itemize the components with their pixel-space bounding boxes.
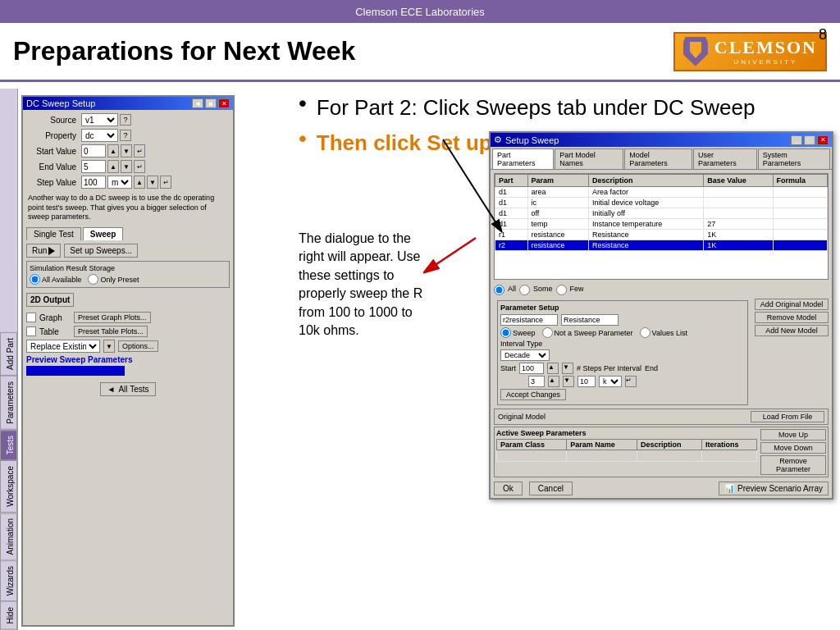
- remove-param-btn[interactable]: Remove Parameter: [760, 455, 826, 475]
- ss-row-d1-area[interactable]: d1areaArea factor: [495, 187, 828, 198]
- step-value-input[interactable]: 100: [81, 176, 106, 189]
- ps-start-down-btn[interactable]: ▼: [562, 363, 573, 374]
- setup-sweeps-button[interactable]: Set up Sweeps...: [64, 244, 138, 258]
- run-button[interactable]: Run: [26, 244, 61, 258]
- step-down-btn[interactable]: ▼: [147, 176, 158, 189]
- move-down-btn[interactable]: Move Down: [760, 442, 826, 454]
- ss-maximize-btn[interactable]: □: [804, 135, 815, 145]
- run-icon: [48, 247, 55, 255]
- preview-scenario-icon: 📊: [724, 484, 734, 493]
- maximize-btn[interactable]: ■: [205, 98, 217, 108]
- dc-sweep-titlebar: DC Sweep Setup ◄ ■ ✕: [23, 97, 233, 110]
- only-preset-radio[interactable]: [88, 274, 98, 285]
- step-unit-dropdown[interactable]: m: [107, 176, 132, 189]
- model-buttons: Add Original Model Remove Model Add New …: [755, 299, 829, 407]
- preview-scenario-btn[interactable]: 📊 Preview Scenario Array: [719, 482, 829, 495]
- end-up-btn[interactable]: ▲: [107, 160, 119, 173]
- ps-end-input[interactable]: [578, 376, 596, 387]
- sidebar-tab-hide[interactable]: Hide: [0, 601, 17, 630]
- ps-part-input[interactable]: r2resistance: [500, 314, 558, 326]
- ss-minimize-btn[interactable]: _: [791, 135, 802, 145]
- ss-row-d1-ic[interactable]: d1icInitial device voltage: [495, 198, 828, 208]
- remove-model-btn[interactable]: Remove Model: [755, 312, 829, 323]
- ss-close-btn[interactable]: ✕: [817, 135, 829, 145]
- add-new-model-btn[interactable]: Add New Model: [755, 325, 829, 336]
- source-dropdown[interactable]: v1: [81, 113, 118, 126]
- minimize-btn[interactable]: ◄: [192, 98, 203, 108]
- filter-few-radio[interactable]: [556, 285, 567, 295]
- ok-btn[interactable]: Ok: [494, 482, 523, 495]
- ss-tab-system-params[interactable]: System Parameters: [758, 148, 830, 169]
- ps-desc-input[interactable]: Resistance: [561, 314, 619, 326]
- end-enter-btn[interactable]: ↵: [134, 160, 145, 173]
- table-checkbox[interactable]: [26, 326, 36, 336]
- ps-interval-select[interactable]: Decade: [500, 349, 550, 361]
- setup-sweep-tabs: Part Parameters Part Model Names Model P…: [491, 147, 832, 170]
- ss-row-r2-resistance[interactable]: r2resistanceResistance1K: [495, 240, 828, 251]
- ss-tab-model-params[interactable]: Model Parameters: [624, 148, 692, 169]
- end-down-btn[interactable]: ▼: [121, 160, 132, 173]
- accept-changes-btn[interactable]: Accept Changes: [500, 389, 566, 400]
- preview-sweep-label: Preview Sweep Parameters: [26, 355, 230, 364]
- start-up-btn[interactable]: ▲: [107, 144, 119, 158]
- ps-values-list-radio[interactable]: [640, 327, 651, 338]
- ps-steps-down-btn[interactable]: ▼: [563, 376, 574, 387]
- ss-row-r1-resistance[interactable]: r1resistanceResistance1K: [495, 230, 828, 240]
- filter-some-radio[interactable]: [519, 285, 530, 295]
- ps-steps-up-btn[interactable]: ▲: [548, 376, 559, 387]
- ps-not-sweep-radio[interactable]: [542, 327, 553, 338]
- as-row-1[interactable]: [497, 450, 757, 462]
- as-th-param-class: Param Class: [497, 440, 567, 450]
- end-value-input[interactable]: 5: [81, 160, 106, 173]
- sidebar-tab-animation[interactable]: Animation: [0, 513, 17, 560]
- property-help-btn[interactable]: ?: [120, 130, 131, 141]
- all-tests-btn[interactable]: ◄ All Tests: [100, 382, 157, 396]
- preset-table-btn[interactable]: Preset Table Plots...: [74, 326, 148, 337]
- ps-start-input[interactable]: [519, 363, 544, 374]
- sweep-tab[interactable]: Sweep: [83, 227, 124, 240]
- load-from-file-btn[interactable]: Load From File: [751, 411, 824, 422]
- cancel-btn[interactable]: Cancel: [529, 482, 573, 495]
- preset-graph-btn[interactable]: Preset Graph Plots...: [74, 312, 151, 323]
- step-enter-btn[interactable]: ↵: [160, 176, 171, 189]
- step-up-btn[interactable]: ▲: [134, 176, 145, 189]
- ps-steps-input[interactable]: [528, 376, 545, 387]
- ss-th-description: Description: [589, 175, 704, 187]
- ss-tab-part-params[interactable]: Part Parameters: [492, 148, 554, 169]
- ss-tab-part-model-names[interactable]: Part Model Names: [555, 148, 623, 169]
- output-label: 2D Output: [30, 295, 70, 304]
- start-enter-btn[interactable]: ↵: [134, 144, 145, 158]
- ps-sweep-radio[interactable]: [500, 327, 511, 338]
- options-btn[interactable]: Options...: [118, 340, 158, 352]
- ss-row-d1-temp[interactable]: d1tempInstance temperature27: [495, 219, 828, 230]
- sidebar-tab-wizards[interactable]: Wizards: [0, 560, 17, 601]
- ss-row-d1-off[interactable]: d1offInitially off: [495, 208, 828, 219]
- sidebar-tab-add-part[interactable]: Add Part: [0, 332, 17, 376]
- property-dropdown[interactable]: dc: [81, 129, 118, 142]
- start-value-row: Start Value 0 ▲ ▼ ↵: [26, 144, 230, 158]
- ps-start-up-btn[interactable]: ▲: [547, 363, 559, 374]
- all-available-radio[interactable]: [30, 274, 40, 285]
- sidebar-tab-workspace[interactable]: Workspace: [0, 460, 17, 513]
- graph-checkbox[interactable]: [26, 313, 36, 322]
- source-label: Source: [26, 116, 80, 125]
- replace-dropdown[interactable]: Replace Existing: [26, 340, 100, 353]
- as-th-iterations: Iterations: [702, 440, 757, 450]
- sidebar-tab-parameters[interactable]: Parameters: [0, 376, 17, 430]
- filter-all-radio[interactable]: [494, 285, 504, 295]
- source-help-btn[interactable]: ?: [120, 114, 131, 126]
- ps-end-unit-select[interactable]: k: [599, 376, 622, 387]
- active-sweep-title: Active Sweep Parameters: [496, 429, 757, 437]
- dialogue-text: The dialogue to the right will appear. U…: [299, 230, 430, 340]
- replace-arrow-btn[interactable]: ▼: [103, 340, 115, 353]
- start-value-input[interactable]: 0: [81, 144, 106, 158]
- move-up-btn[interactable]: Move Up: [760, 429, 826, 441]
- start-down-btn[interactable]: ▼: [121, 144, 132, 158]
- preview-bar: [26, 366, 125, 376]
- ss-tab-user-params[interactable]: User Parameters: [693, 148, 757, 169]
- single-test-tab[interactable]: Single Test: [26, 227, 81, 240]
- close-btn[interactable]: ✕: [218, 98, 230, 108]
- sidebar-tab-tests[interactable]: Tests: [0, 430, 17, 460]
- add-original-model-btn[interactable]: Add Original Model: [755, 299, 829, 310]
- ps-end-enter-btn[interactable]: ↵: [625, 376, 637, 387]
